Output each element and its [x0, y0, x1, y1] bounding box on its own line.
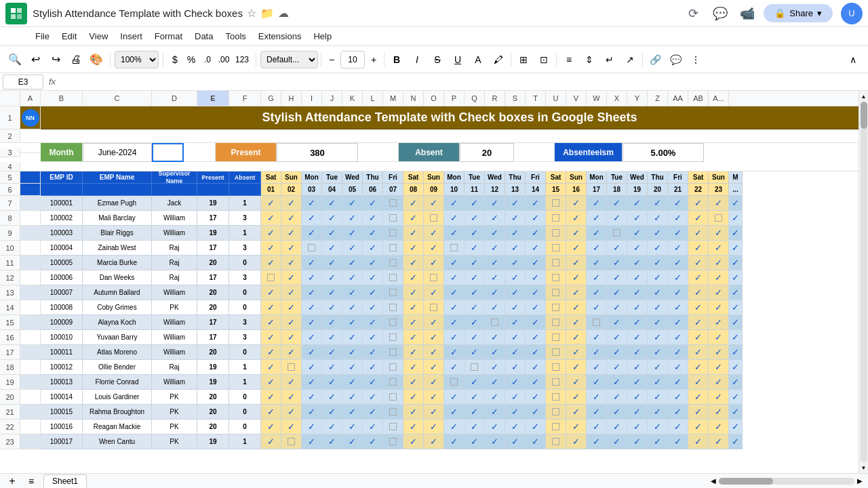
attendance-cell[interactable]: ✓ — [403, 315, 424, 330]
attendance-cell[interactable]: ✓ — [587, 420, 607, 434]
emp-id-cell[interactable]: 100005 — [41, 256, 83, 270]
attendance-cell[interactable]: ✓ — [342, 405, 363, 420]
attendance-cell[interactable]: ✓ — [444, 211, 465, 226]
attendance-cell[interactable] — [546, 270, 566, 285]
attendance-cell[interactable]: ✓ — [465, 420, 485, 434]
attendance-cell[interactable]: ✓ — [648, 226, 668, 241]
attendance-cell[interactable]: ✓ — [526, 256, 546, 270]
attendance-cell[interactable]: ✓ — [526, 434, 546, 449]
attendance-cell[interactable]: ✓ — [505, 434, 526, 449]
attendance-cell[interactable]: ✓ — [424, 345, 444, 360]
absent-count[interactable]: 3 — [229, 211, 261, 226]
emp-id-cell[interactable]: 100011 — [41, 345, 83, 360]
scroll-up-btn[interactable]: ▲ — [860, 92, 868, 100]
attendance-cell[interactable] — [383, 285, 403, 300]
attendance-cell[interactable]: ✓ — [566, 196, 587, 211]
col-y-header[interactable]: Y — [627, 91, 648, 106]
attendance-cell[interactable]: ✓ — [403, 196, 424, 211]
attendance-cell[interactable]: ✓ — [688, 330, 709, 345]
emp-id-cell[interactable]: 100013 — [41, 375, 83, 390]
attendance-cell[interactable]: ✓ — [668, 315, 688, 330]
attendance-cell[interactable]: ✓ — [302, 405, 322, 420]
attendance-cell[interactable]: ✓ — [587, 226, 607, 241]
emp-id-cell[interactable]: 100010 — [41, 330, 83, 345]
attendance-cell[interactable]: ✓ — [302, 270, 322, 285]
attendance-cell[interactable]: ✓ — [302, 330, 322, 345]
attendance-cell[interactable]: ✓ — [363, 390, 383, 405]
menu-data[interactable]: Data — [189, 30, 218, 43]
emp-name-cell[interactable]: Autumn Ballard — [83, 285, 152, 300]
attendance-cell[interactable]: ✓ — [505, 226, 526, 241]
col-c-header[interactable]: C — [83, 91, 152, 106]
absent-count[interactable]: 1 — [229, 434, 261, 449]
attendance-cell[interactable]: ✓ — [444, 330, 465, 345]
col-j-header[interactable]: J — [322, 91, 342, 106]
insert-link-button[interactable]: 🔗 — [646, 50, 665, 69]
attendance-cell[interactable] — [546, 375, 566, 390]
col-z-header[interactable]: Z — [648, 91, 668, 106]
attendance-cell[interactable]: ✓ — [322, 241, 342, 256]
absenteeism-value[interactable]: 5.00% — [623, 143, 704, 162]
attendance-cell[interactable]: ✓ — [302, 420, 322, 434]
attendance-cell[interactable]: ✓ — [424, 360, 444, 375]
attendance-cell[interactable]: ✓ — [403, 256, 424, 270]
attendance-cell[interactable] — [281, 434, 302, 449]
attendance-cell[interactable] — [444, 241, 465, 256]
supervisor-cell[interactable]: Raj — [152, 241, 197, 256]
attendance-cell[interactable] — [546, 285, 566, 300]
h-scroll-left[interactable]: ◀ — [711, 477, 716, 485]
absent-value[interactable]: 20 — [460, 143, 514, 162]
attendance-cell[interactable]: ✓ — [261, 241, 281, 256]
attendance-cell[interactable]: ✓ — [566, 315, 587, 330]
attendance-cell[interactable]: ✓ — [444, 405, 465, 420]
cloud-icon[interactable]: ☁ — [278, 7, 289, 20]
absent-count[interactable]: 0 — [229, 256, 261, 270]
attendance-cell[interactable]: ✓ — [627, 330, 648, 345]
valign-button[interactable]: ⇕ — [580, 50, 599, 69]
attendance-cell[interactable]: ✓ — [709, 375, 729, 390]
attendance-cell[interactable]: ✓ — [465, 226, 485, 241]
font-size-dec[interactable]: − — [324, 51, 339, 68]
attendance-cell[interactable]: ✓ — [587, 434, 607, 449]
attendance-cell[interactable]: ✓ — [587, 375, 607, 390]
attendance-cell[interactable] — [546, 300, 566, 315]
attendance-cell[interactable]: ✓ — [281, 330, 302, 345]
attendance-cell[interactable] — [383, 226, 403, 241]
attendance-cell[interactable]: ✓ — [526, 211, 546, 226]
attendance-cell[interactable]: ✓ — [363, 360, 383, 375]
attendance-cell[interactable] — [546, 330, 566, 345]
decimal-dec-button[interactable]: .0 — [200, 50, 215, 69]
attendance-cell[interactable]: ✓ — [302, 196, 322, 211]
borders-button[interactable]: ⊞ — [514, 50, 533, 69]
attendance-cell[interactable]: ✓ — [281, 300, 302, 315]
attendance-cell[interactable] — [261, 270, 281, 285]
attendance-cell[interactable] — [383, 345, 403, 360]
attendance-cell[interactable] — [485, 315, 505, 330]
attendance-cell[interactable]: ✓ — [465, 300, 485, 315]
attendance-cell[interactable]: ✓ — [668, 270, 688, 285]
attendance-cell[interactable]: ✓ — [505, 211, 526, 226]
emp-name-cell[interactable]: Yuvaan Barry — [83, 330, 152, 345]
attendance-cell[interactable]: ✓ — [363, 434, 383, 449]
attendance-cell[interactable]: ✓ — [688, 226, 709, 241]
attendance-cell[interactable]: ✓ — [648, 405, 668, 420]
attendance-cell[interactable]: ✓ — [587, 285, 607, 300]
attendance-cell[interactable]: ✓ — [444, 345, 465, 360]
attendance-cell[interactable]: ✓ — [505, 196, 526, 211]
absent-count[interactable]: 0 — [229, 285, 261, 300]
attendance-cell[interactable]: ✓ — [648, 420, 668, 434]
vertical-scrollbar-track[interactable] — [861, 102, 867, 462]
attendance-cell[interactable]: ✓ — [261, 211, 281, 226]
rotate-button[interactable]: ↗ — [620, 50, 639, 69]
attendance-cell[interactable]: ✓ — [688, 256, 709, 270]
attendance-cell[interactable] — [546, 241, 566, 256]
attendance-cell[interactable]: ✓ — [587, 300, 607, 315]
attendance-cell[interactable] — [424, 270, 444, 285]
attendance-cell[interactable]: ✓ — [261, 434, 281, 449]
attendance-cell[interactable]: ✓ — [648, 330, 668, 345]
attendance-cell[interactable] — [383, 434, 403, 449]
present-count[interactable]: 20 — [197, 390, 229, 405]
attendance-cell[interactable]: ✓ — [607, 434, 627, 449]
attendance-cell[interactable]: ✓ — [322, 420, 342, 434]
attendance-cell[interactable]: ✓ — [566, 345, 587, 360]
